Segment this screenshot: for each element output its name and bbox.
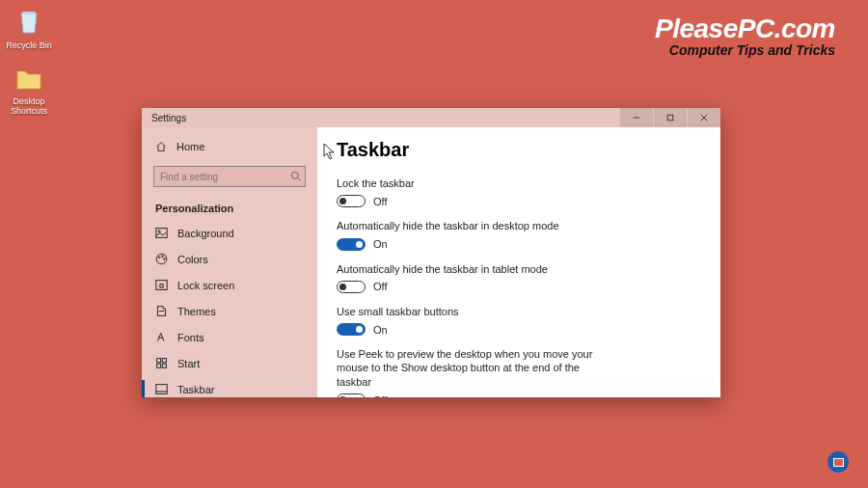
lockscreen-icon — [155, 279, 168, 291]
window-title: Settings — [142, 113, 619, 123]
setting-label: Automatically hide the taskbar in tablet… — [337, 262, 616, 276]
toggle-peek[interactable] — [337, 393, 366, 397]
monitor-icon — [833, 458, 844, 467]
svg-rect-17 — [157, 364, 161, 367]
category-label: Personalization — [142, 195, 317, 220]
sidebar: Home Personalization Background Colors L… — [142, 127, 317, 397]
desktop-icon-shortcuts[interactable]: Desktop Shortcuts — [4, 60, 54, 117]
cursor-icon — [323, 143, 337, 160]
toggle-state: On — [373, 238, 388, 250]
toggle-state: Off — [373, 281, 387, 292]
nav-label: Background — [177, 228, 234, 239]
minimize-button[interactable] — [620, 108, 653, 127]
content-pane: Taskbar Lock the taskbar Off Automatical… — [317, 127, 720, 397]
desktop-icon-label: Desktop Shortcuts — [4, 96, 54, 117]
titlebar[interactable]: Settings — [142, 108, 720, 127]
palette-icon — [155, 253, 168, 265]
svg-line-5 — [298, 178, 301, 181]
maximize-button[interactable] — [654, 108, 687, 127]
toggle-state: Off — [373, 196, 387, 207]
recycle-bin-icon — [12, 4, 46, 39]
watermark-subtitle: Computer Tips and Tricks — [655, 42, 835, 58]
svg-point-11 — [164, 258, 166, 260]
search-input[interactable] — [153, 166, 306, 187]
svg-point-9 — [158, 257, 160, 258]
image-icon — [155, 227, 168, 239]
svg-rect-16 — [162, 359, 166, 363]
setting-label: Lock the taskbar — [337, 176, 616, 190]
toggle-small-buttons[interactable] — [337, 323, 366, 336]
folder-icon — [12, 60, 46, 95]
setting-autohide-tablet: Automatically hide the taskbar in tablet… — [337, 262, 701, 293]
start-icon — [155, 357, 168, 369]
desktop-icon-recycle-bin[interactable]: Recycle Bin — [4, 4, 54, 50]
toggle-lock-taskbar[interactable] — [337, 195, 366, 207]
home-icon — [155, 141, 167, 152]
tray-icon[interactable] — [827, 451, 849, 473]
taskbar-icon — [155, 383, 168, 395]
svg-rect-18 — [162, 364, 166, 367]
toggle-autohide-tablet[interactable] — [337, 281, 366, 293]
nav-label: Start — [177, 358, 200, 369]
nav-themes[interactable]: Themes — [142, 298, 317, 324]
toggle-state: Off — [373, 394, 387, 397]
watermark: PleasePC.com Computer Tips and Tricks — [655, 14, 835, 58]
search-box[interactable] — [153, 166, 306, 187]
toggle-autohide-desktop[interactable] — [337, 238, 366, 251]
setting-label: Use small taskbar buttons — [337, 305, 616, 318]
svg-rect-19 — [156, 385, 167, 394]
svg-point-10 — [162, 256, 164, 258]
setting-small-buttons: Use small taskbar buttons On — [337, 305, 701, 336]
setting-label: Use Peek to preview the desktop when you… — [337, 347, 616, 389]
page-title: Taskbar — [337, 139, 701, 161]
nav-label: Themes — [177, 306, 216, 317]
nav-label: Lock screen — [177, 280, 234, 291]
settings-window: Settings Home Personalization Background… — [142, 108, 720, 397]
nav-fonts[interactable]: Fonts — [142, 324, 317, 350]
home-label: Home — [176, 141, 204, 152]
svg-point-7 — [158, 230, 160, 232]
setting-peek: Use Peek to preview the desktop when you… — [337, 347, 701, 397]
nav-taskbar[interactable]: Taskbar — [142, 376, 317, 397]
svg-point-4 — [291, 172, 298, 178]
nav-label: Colors — [177, 254, 208, 265]
svg-rect-15 — [157, 359, 161, 363]
desktop-icon-label: Recycle Bin — [4, 41, 54, 50]
setting-lock-taskbar: Lock the taskbar Off — [337, 176, 701, 207]
nav-lock-screen[interactable]: Lock screen — [142, 272, 317, 298]
svg-rect-12 — [156, 281, 167, 290]
nav-start[interactable]: Start — [142, 350, 317, 376]
search-icon — [290, 171, 301, 181]
nav-background[interactable]: Background — [142, 220, 317, 246]
nav-label: Fonts — [177, 332, 204, 343]
nav-colors[interactable]: Colors — [142, 246, 317, 272]
themes-icon — [155, 305, 168, 317]
home-nav[interactable]: Home — [142, 135, 317, 158]
fonts-icon — [155, 331, 168, 343]
svg-rect-13 — [160, 285, 163, 287]
nav-label: Taskbar — [177, 384, 215, 395]
toggle-state: On — [373, 324, 388, 336]
watermark-title: PleasePC.com — [655, 14, 835, 44]
svg-rect-1 — [667, 115, 673, 121]
setting-autohide-desktop: Automatically hide the taskbar in deskto… — [337, 219, 701, 250]
close-button[interactable] — [688, 108, 720, 127]
setting-label: Automatically hide the taskbar in deskto… — [337, 219, 616, 232]
